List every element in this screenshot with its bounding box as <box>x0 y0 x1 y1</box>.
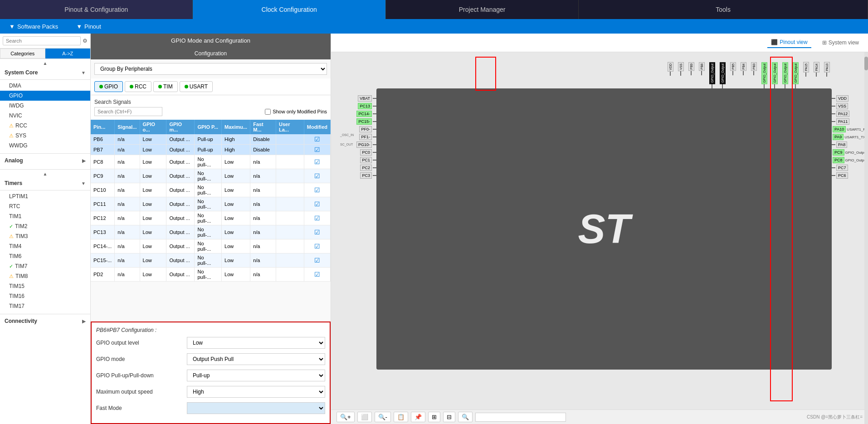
pin-pb8: PB8 <box>697 62 707 88</box>
col-gpio-pull: GPIO P... <box>195 120 222 134</box>
table-row[interactable]: PC15-... n/a Low Output ... No pull-... … <box>91 253 331 268</box>
tab-pinout-view[interactable]: ⬛ Pinout view <box>767 37 811 48</box>
table-row[interactable]: PC11 n/a Low Output ... No pull-... Low … <box>91 197 331 211</box>
frame-button[interactable]: ⬜ <box>357 412 372 422</box>
chip-search-input[interactable] <box>475 413 566 422</box>
timers-header[interactable]: Timers ▼ <box>0 177 90 189</box>
tree-item-tim8[interactable]: ⚠ TIM8 <box>0 271 90 281</box>
software-packs-menu[interactable]: ▼ Software Packs <box>0 23 67 30</box>
config-gpio-output-level: GPIO output level Low High <box>96 337 325 349</box>
tree-item-lptim1[interactable]: LPTIM1 <box>0 191 90 201</box>
signal-search-input[interactable] <box>94 107 162 116</box>
fast-mode-select[interactable] <box>187 402 325 414</box>
group-by-select[interactable]: Group By Peripherals <box>94 63 327 75</box>
tree-item-dma[interactable]: DMA <box>0 81 90 91</box>
table-row[interactable]: PC10 n/a Low Output ... No pull-... Low … <box>91 183 331 197</box>
copy-button[interactable]: 📋 <box>394 412 408 422</box>
pin-pa15: PA15 <box>801 62 811 88</box>
tree-item-tim1[interactable]: TIM1 <box>0 211 90 221</box>
search-row: Show only Modified Pins <box>94 107 327 116</box>
tree-section-connectivity: Connectivity ▶ <box>0 312 90 328</box>
analog-header[interactable]: Analog ▶ <box>0 155 90 166</box>
separator <box>0 79 90 80</box>
chip-body: ST <box>376 88 832 370</box>
tree-item-rcc[interactable]: ⚠ RCC <box>0 121 90 131</box>
tab-categories[interactable]: Categories <box>0 49 45 58</box>
gpio-output-level-select[interactable]: Low High <box>187 337 325 349</box>
tab-tim[interactable]: TIM <box>153 81 178 92</box>
gpio-mode-title: GPIO Mode and Configuration <box>91 34 331 48</box>
chevron-icon: ▶ <box>82 158 86 163</box>
tree-item-tim4[interactable]: TIM4 <box>0 241 90 251</box>
zoom-out-button[interactable]: 🔍- <box>375 412 391 422</box>
group-select-row: Group By Peripherals <box>91 59 331 78</box>
table-row[interactable]: PC13 n/a Low Output ... No pull-... Low … <box>91 225 331 239</box>
signal-table: Pin... Signal... GPIO o... GPIO m... GPI… <box>91 120 331 282</box>
search-button[interactable]: 🔍 <box>458 412 473 422</box>
table-row[interactable]: PC8 n/a Low Output ... No pull-... Low n… <box>91 155 331 169</box>
tree-item-sys[interactable]: ⚠ SYS <box>0 131 90 141</box>
tree-item-tim16[interactable]: TIM16 <box>0 291 90 301</box>
tab-usart[interactable]: USART <box>180 81 213 92</box>
paste-button[interactable]: 📌 <box>411 412 425 422</box>
tree-item-tim6[interactable]: TIM6 <box>0 251 90 261</box>
tree-item-tim17[interactable]: TIM17 <box>0 301 90 311</box>
show-modified-checkbox[interactable] <box>265 109 271 115</box>
left-osc-labels: _OSC_IN SC_OUT <box>340 88 347 370</box>
tree-item-tim3[interactable]: ⚠ TIM3 <box>0 231 90 241</box>
pin-pb9: PB9 <box>686 62 696 88</box>
table-row[interactable]: PC9 n/a Low Output ... No pull-... Low n… <box>91 169 331 183</box>
system-icon: ⊞ <box>822 39 827 46</box>
separator <box>0 190 90 190</box>
pin-pc12: GPIO_Output <box>770 62 780 88</box>
grid-button[interactable]: ⊞ <box>428 412 440 422</box>
gpio-pull-select[interactable]: Pull-up Pull-down No pull-up and no pull… <box>187 370 325 381</box>
table-header-row: Pin... Signal... GPIO o... GPIO m... GPI… <box>91 120 331 134</box>
col-modified: Modified <box>304 120 330 134</box>
system-core-header[interactable]: System Core ▼ <box>0 67 90 78</box>
nav-clock[interactable]: Clock Configuration <box>193 0 385 19</box>
tree-item-tim2[interactable]: ✓ TIM2 <box>0 221 90 231</box>
pin-pc10: GPIO_Output <box>790 62 800 88</box>
tab-system-view[interactable]: ⊞ System view <box>819 37 863 48</box>
scroll-up-arrow[interactable]: ▲ <box>0 171 90 177</box>
gear-icon[interactable]: ⚙ <box>83 38 88 44</box>
scroll-up-arrow[interactable]: ▲ <box>0 60 90 67</box>
col-max-speed: Maximu... <box>222 120 250 134</box>
col-pin: Pin... <box>91 120 115 134</box>
table-row[interactable]: PB6 n/a Low Output ... Pull-up High Disa… <box>91 134 331 145</box>
table-row[interactable]: PB7 n/a Low Output ... Pull-up High Disa… <box>91 145 331 155</box>
config-panel-title: PB6#PB7 Configuration : <box>96 327 325 333</box>
nav-project[interactable]: Project Manager <box>386 0 579 19</box>
max-speed-select[interactable]: Low Medium High Very High <box>187 386 325 398</box>
signal-table-container: Pin... Signal... GPIO o... GPIO m... GPI… <box>91 120 331 322</box>
grid2-button[interactable]: ⊟ <box>443 412 455 422</box>
search-input[interactable] <box>3 36 81 45</box>
table-row[interactable]: PD2 n/a Low Output ... No pull-... Low n… <box>91 268 331 282</box>
table-row[interactable]: PC14-... n/a Low Output ... No pull-... … <box>91 239 331 253</box>
tree-item-tim7[interactable]: ✓ TIM7 <box>0 261 90 271</box>
tree-item-iwdg[interactable]: IWDG <box>0 101 90 111</box>
nav-tools[interactable]: Tools <box>579 0 868 19</box>
nav-pinout[interactable]: Pinout & Configuration <box>0 0 193 19</box>
pin-pa8-right: PA8 <box>832 141 859 148</box>
config-label: GPIO Pull-up/Pull-down <box>96 372 187 379</box>
pinout-menu[interactable]: ▼ Pinout <box>67 23 110 30</box>
zoom-in-button[interactable]: 🔍+ <box>336 412 355 422</box>
tree-item-tim15[interactable]: TIM15 <box>0 281 90 291</box>
tab-az[interactable]: A->Z <box>45 49 91 58</box>
pin-pc11: GPIO_Output <box>780 62 790 88</box>
pin-pb3: PB3 <box>749 62 759 88</box>
table-row[interactable]: PC12 n/a Low Output ... No pull-... Low … <box>91 211 331 225</box>
pin-pa9-right: PA9 USART1_TX <box>832 134 859 140</box>
connectivity-header[interactable]: Connectivity ▶ <box>0 315 90 327</box>
tree-item-nvic[interactable]: NVIC <box>0 111 90 121</box>
tree-item-rtc[interactable]: RTC <box>0 201 90 211</box>
gpio-mode-select[interactable]: Output Push Pull Output Open Drain <box>187 353 325 365</box>
right-scrollbar[interactable] <box>864 52 868 424</box>
tab-gpio[interactable]: GPIO <box>94 81 123 92</box>
tree-item-gpio[interactable]: GPIO <box>0 91 90 101</box>
tree-item-wwdg[interactable]: WWDG <box>0 141 90 151</box>
tab-rcc[interactable]: RCC <box>125 81 151 92</box>
chevron-icon: ▼ <box>81 181 86 186</box>
